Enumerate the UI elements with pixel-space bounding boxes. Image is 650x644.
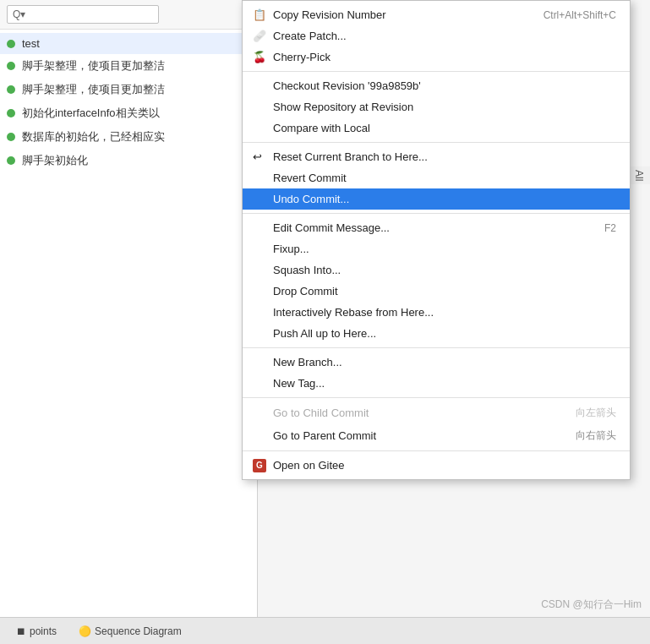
list-item[interactable]: 脚手架整理，使项目更加整洁: [0, 78, 257, 101]
search-input[interactable]: Q▾: [7, 5, 159, 24]
list-item[interactable]: 脚手架初始化: [0, 149, 257, 172]
commit-dot: [7, 133, 15, 141]
list-item[interactable]: 脚手架整理，使项目更加整洁: [0, 54, 257, 78]
reset-icon: ↩: [253, 150, 262, 163]
menu-item-label: Go to Parent Commit: [273, 429, 376, 442]
menu-item-label: Squash Into...: [273, 264, 341, 276]
menu-item-new-branch[interactable]: New Branch...: [243, 352, 630, 373]
list-item[interactable]: 初始化interfaceInfo相关类以: [0, 101, 257, 125]
tab-label: Sequence Diagram: [95, 625, 182, 637]
menu-item-cherry-pick[interactable]: 🍒 Cherry-Pick: [243, 46, 630, 68]
menu-item-create-patch[interactable]: 🩹 Create Patch...: [243, 25, 630, 46]
menu-item-label: New Tag...: [273, 377, 325, 390]
menu-item-shortcut-cjk: 向左箭头: [542, 406, 616, 420]
menu-item-push-all[interactable]: Push All up to Here...: [243, 323, 630, 344]
commit-message: 脚手架初始化: [22, 153, 88, 168]
menu-item-label: Revert Commit: [273, 172, 347, 184]
menu-item-label: Open on Gitee: [273, 459, 345, 472]
menu-item-new-tag[interactable]: New Tag...: [243, 373, 630, 394]
menu-item-label: Drop Commit: [273, 285, 338, 297]
menu-item-label: Checkout Revision '99a9859b': [273, 79, 421, 92]
context-menu: 📋 Copy Revision Number Ctrl+Alt+Shift+C …: [242, 0, 631, 480]
cherry-pick-icon: 🍒: [253, 51, 266, 63]
menu-item-label: Interactively Rebase from Here...: [273, 306, 434, 319]
create-patch-icon: 🩹: [253, 30, 266, 42]
bottom-tabs: ⏹ points 🟡 Sequence Diagram: [0, 617, 650, 644]
menu-item-label: Edit Commit Message...: [273, 221, 390, 234]
menu-separator: [243, 71, 630, 72]
menu-separator: [243, 142, 630, 143]
menu-item-shortcut-cjk: 向右箭头: [542, 428, 616, 443]
search-icon: Q▾: [13, 8, 25, 20]
all-label[interactable]: All: [627, 166, 650, 184]
menu-item-label: Copy Revision Number: [273, 8, 386, 21]
menu-item-checkout-revision[interactable]: Checkout Revision '99a9859b': [243, 75, 630, 96]
menu-item-label: Reset Current Branch to Here...: [273, 150, 428, 163]
tab-sequence-diagram[interactable]: 🟡 Sequence Diagram: [69, 621, 191, 641]
menu-item-reset-branch[interactable]: ↩ Reset Current Branch to Here...: [243, 146, 630, 167]
menu-item-revert-commit[interactable]: Revert Commit: [243, 167, 630, 188]
menu-separator: [243, 347, 630, 348]
menu-item-shortcut: Ctrl+Alt+Shift+C: [510, 9, 616, 21]
menu-item-undo-commit[interactable]: Undo Commit...: [243, 188, 630, 210]
menu-separator: [243, 397, 630, 398]
commit-dot: [7, 40, 15, 48]
search-bar: Q▾: [0, 0, 257, 30]
commit-dot: [7, 85, 15, 94]
menu-item-label: Create Patch...: [273, 30, 347, 42]
list-item[interactable]: test: [0, 33, 257, 54]
menu-item-copy-revision[interactable]: 📋 Copy Revision Number Ctrl+Alt+Shift+C: [243, 4, 630, 25]
commit-message: test: [22, 37, 40, 50]
menu-item-interactive-rebase[interactable]: Interactively Rebase from Here...: [243, 302, 630, 323]
commit-dot: [7, 62, 15, 70]
git-log-panel: Q▾ test 脚手架整理，使项目更加整洁 脚手架整理，使项目更加整洁 初始化i…: [0, 0, 258, 644]
menu-item-label: Go to Child Commit: [273, 407, 369, 419]
breakpoints-icon: ⏹: [16, 625, 26, 637]
tab-label: points: [30, 625, 57, 637]
commit-dot: [7, 109, 15, 117]
commit-message: 数据库的初始化，已经相应实: [22, 129, 165, 145]
menu-separator: [243, 450, 630, 451]
commit-message: 脚手架整理，使项目更加整洁: [22, 82, 165, 97]
gitee-icon: G: [253, 458, 266, 472]
menu-item-squash-into[interactable]: Squash Into...: [243, 259, 630, 281]
menu-item-label: Fixup...: [273, 243, 309, 255]
menu-item-drop-commit[interactable]: Drop Commit: [243, 281, 630, 302]
menu-item-edit-commit-message[interactable]: Edit Commit Message... F2: [243, 217, 630, 238]
menu-item-fixup[interactable]: Fixup...: [243, 238, 630, 259]
commit-list: test 脚手架整理，使项目更加整洁 脚手架整理，使项目更加整洁 初始化inte…: [0, 30, 257, 176]
menu-item-open-gitee[interactable]: G Open on Gitee: [243, 455, 630, 476]
menu-item-compare-local[interactable]: Compare with Local: [243, 117, 630, 139]
commit-message: 脚手架整理，使项目更加整洁: [22, 58, 165, 74]
menu-item-label: Undo Commit...: [273, 193, 349, 205]
watermark: CSDN @知行合一Him: [541, 598, 642, 612]
menu-separator: [243, 213, 630, 214]
menu-item-go-to-parent[interactable]: Go to Parent Commit 向右箭头: [243, 424, 630, 447]
menu-item-label: Show Repository at Revision: [273, 101, 413, 113]
menu-item-show-repository[interactable]: Show Repository at Revision: [243, 96, 630, 117]
list-item[interactable]: 数据库的初始化，已经相应实: [0, 125, 257, 149]
commit-message: 初始化interfaceInfo相关类以: [22, 106, 160, 121]
copy-revision-icon: 📋: [253, 8, 266, 21]
menu-item-label: Push All up to Here...: [273, 327, 376, 340]
menu-item-label: Compare with Local: [273, 122, 370, 134]
tab-breakpoints[interactable]: ⏹ points: [7, 621, 66, 641]
menu-item-shortcut: F2: [571, 222, 616, 234]
menu-item-label: New Branch...: [273, 356, 342, 368]
menu-item-go-to-child: Go to Child Commit 向左箭头: [243, 401, 630, 424]
commit-dot: [7, 156, 15, 165]
menu-item-label: Cherry-Pick: [273, 51, 330, 63]
sequence-diagram-icon: 🟡: [79, 625, 91, 637]
